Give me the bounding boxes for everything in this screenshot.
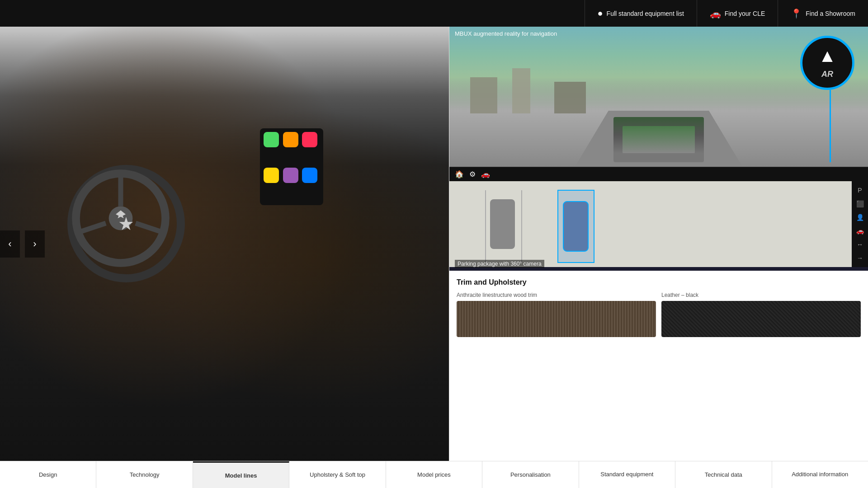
location-icon: 📍	[791, 8, 802, 19]
side-icon-6[interactable]: →	[855, 253, 865, 263]
header: ● Full standard equipment list 🚗 Find yo…	[0, 0, 868, 27]
prev-arrow-button[interactable]: ‹	[0, 230, 20, 258]
car-overhead-icon: 🚗	[481, 170, 490, 178]
side-icon-5[interactable]: ↔	[855, 239, 865, 250]
ar-building-1	[470, 77, 497, 113]
app-icon-maps	[264, 168, 279, 183]
trim-option-wood[interactable]: Anthracite linestructure wood trim	[457, 292, 656, 337]
app-icon-media	[302, 132, 317, 147]
full-equipment-button[interactable]: ● Full standard equipment list	[585, 0, 697, 27]
parking-label: Parking package with 360° camera	[455, 260, 544, 268]
right-panel: MBUX augmented reality for navigation ▲ …	[449, 27, 868, 488]
ar-inset-screen	[613, 117, 704, 162]
find-showroom-button[interactable]: 📍 Find a Showroom	[778, 0, 868, 27]
ar-screen-map	[623, 126, 695, 153]
bottom-navigation: Design Technology Model lines Upholstery…	[0, 461, 868, 488]
settings-icon: ⚙	[469, 170, 476, 178]
car-interior-background	[0, 27, 449, 488]
trim-option-leather-label: Leather – black	[661, 292, 861, 298]
home-icon: 🏠	[455, 170, 464, 178]
steering-wheel-graphic	[67, 165, 185, 282]
trim-options: Anthracite linestructure wood trim Leath…	[457, 292, 861, 337]
main-car-image: No-cost option shown: leather in tonka b…	[0, 27, 449, 488]
side-icon-2[interactable]: ⬛	[854, 198, 866, 209]
nav-item-technology[interactable]: Technology	[96, 461, 193, 488]
svg-rect-11	[490, 199, 515, 249]
parking-lines-svg	[449, 181, 868, 267]
trim-option-leather[interactable]: Leather – black	[661, 292, 861, 337]
right-arrow-icon: ›	[33, 238, 36, 250]
left-panel: No-cost option shown: leather in tonka b…	[0, 27, 449, 488]
nav-item-standard-equipment[interactable]: Standard equipment	[579, 461, 675, 488]
trim-option-wood-label: Anthracite linestructure wood trim	[457, 292, 656, 298]
nav-item-design[interactable]: Design	[0, 461, 96, 488]
nav-item-model-lines[interactable]: Model lines	[193, 461, 289, 488]
dashboard-screen	[260, 128, 323, 205]
svg-point-1	[109, 206, 133, 230]
side-icon-4[interactable]: 🚗	[854, 225, 866, 236]
ar-screen-inner	[613, 117, 704, 162]
parking-camera-section: 🏠 ⚙ 🚗	[449, 167, 868, 271]
side-icon-1[interactable]: P	[856, 185, 863, 196]
find-showroom-label: Find a Showroom	[806, 10, 855, 17]
content-row: No-cost option shown: leather in tonka b…	[0, 27, 868, 488]
trim-swatch-leather	[661, 301, 861, 337]
trim-title: Trim and Upholstery	[457, 278, 861, 286]
parking-scene: P ⬛ 👤 🚗 ↔ →	[449, 181, 868, 267]
find-cle-button[interactable]: 🚗 Find your CLE	[697, 0, 778, 27]
ar-label: MBUX augmented reality for navigation	[455, 30, 557, 37]
nav-item-personalisation[interactable]: Personalisation	[482, 461, 579, 488]
nav-item-upholstery[interactable]: Upholstery & Soft top	[289, 461, 386, 488]
nav-item-model-prices[interactable]: Model prices	[386, 461, 482, 488]
side-icons: P ⬛ 👤 🚗 ↔ →	[852, 181, 868, 267]
parking-header: 🏠 ⚙ 🚗	[449, 167, 868, 181]
side-icon-3[interactable]: 👤	[854, 212, 866, 223]
full-equipment-label: Full standard equipment list	[607, 10, 684, 17]
car-icon: 🚗	[710, 8, 721, 19]
ar-building-3	[554, 82, 586, 113]
nav-item-additional-information[interactable]: Additional information	[772, 461, 868, 488]
circle-icon: ●	[598, 8, 603, 19]
app-icon-music	[283, 132, 298, 147]
nav-item-technical-data[interactable]: Technical data	[675, 461, 772, 488]
ar-compass-circle: ▲ AR	[800, 36, 854, 90]
ar-navigation-section: MBUX augmented reality for navigation ▲ …	[449, 27, 868, 167]
ar-building-2	[512, 68, 530, 113]
ar-scene: MBUX augmented reality for navigation ▲ …	[449, 27, 868, 167]
ar-connector-line	[830, 90, 831, 162]
ar-compass-inner: ▲ AR	[818, 47, 836, 79]
trim-section: Trim and Upholstery Anthracite linestruc…	[449, 271, 868, 488]
trim-swatch-wood	[457, 301, 656, 337]
next-arrow-button[interactable]: ›	[25, 230, 45, 258]
svg-rect-12	[563, 202, 588, 251]
app-icon-phone	[264, 132, 279, 147]
ar-text-label: AR	[821, 70, 833, 79]
app-icon-radio	[283, 168, 298, 183]
left-arrow-icon: ‹	[8, 238, 11, 250]
app-icon-settings	[302, 168, 317, 183]
find-cle-label: Find your CLE	[725, 10, 765, 17]
main-content: No-cost option shown: leather in tonka b…	[0, 27, 868, 488]
ar-arrow-icon: ▲	[818, 47, 836, 65]
